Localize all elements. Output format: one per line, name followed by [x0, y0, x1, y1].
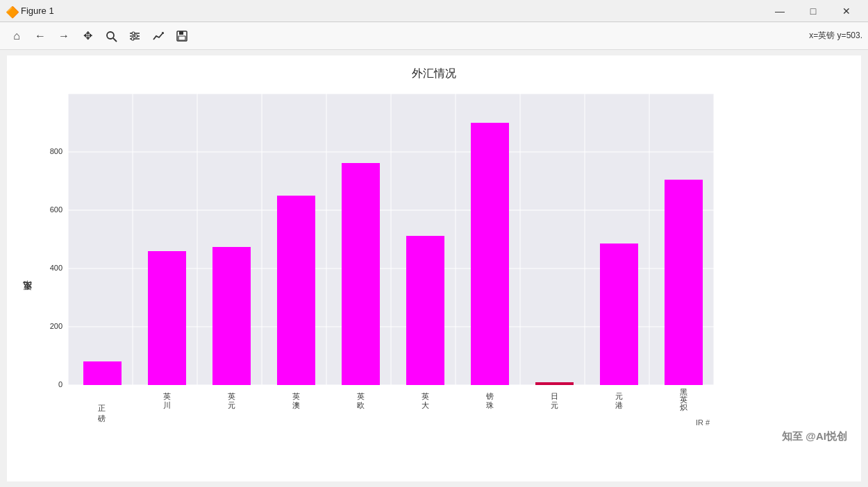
coordinate-display: x=英镑 y=503.	[809, 30, 862, 42]
back-button[interactable]: ←	[29, 26, 51, 46]
chart-plot-area: 0 200 400 600 800	[36, 87, 847, 481]
bar-0	[83, 361, 122, 385]
window-controls: — □ ✕	[764, 1, 862, 22]
svg-text:600: 600	[50, 205, 62, 214]
move-button[interactable]: ✥	[76, 26, 99, 46]
svg-text:大: 大	[422, 401, 429, 409]
bar-4	[342, 163, 380, 385]
svg-line-1	[113, 38, 117, 42]
zoom-button[interactable]	[100, 26, 122, 46]
svg-point-5	[132, 32, 135, 35]
svg-text:元: 元	[615, 392, 623, 400]
svg-rect-9	[179, 31, 183, 35]
plot-button[interactable]	[147, 26, 169, 46]
svg-text:川: 川	[163, 401, 171, 409]
window-title: Figure 1	[21, 6, 764, 16]
svg-point-6	[135, 35, 137, 37]
svg-text:英: 英	[163, 392, 171, 400]
svg-text:200: 200	[50, 322, 62, 330]
title-bar: 🔶 Figure 1 — □ ✕	[0, 0, 868, 22]
bar-5	[406, 236, 444, 385]
svg-text:元: 元	[551, 401, 558, 409]
bar-8	[600, 244, 638, 385]
svg-text:英: 英	[422, 392, 429, 400]
bar-1	[148, 251, 186, 385]
svg-point-7	[131, 37, 134, 40]
app-icon: 🔶	[6, 6, 17, 17]
svg-text:珠: 珠	[486, 401, 494, 409]
home-button[interactable]: ⌂	[6, 26, 28, 46]
svg-text:镑: 镑	[485, 392, 494, 400]
svg-text:日: 日	[551, 392, 558, 400]
close-button[interactable]: ✕	[831, 1, 862, 22]
maximize-button[interactable]: □	[797, 1, 829, 22]
svg-text:元: 元	[228, 401, 235, 409]
chart-title: 外汇情况	[412, 67, 456, 81]
bar-7	[535, 382, 574, 385]
bar-6	[471, 123, 509, 385]
svg-rect-10	[178, 36, 185, 40]
svg-point-0	[107, 32, 114, 39]
svg-text:澳: 澳	[292, 401, 300, 409]
forward-button[interactable]: →	[53, 26, 75, 46]
svg-text:炽: 炽	[680, 403, 687, 411]
svg-text:800: 800	[50, 147, 62, 155]
ir-label: IR #	[696, 418, 710, 427]
svg-text:正: 正	[99, 404, 106, 411]
minimize-button[interactable]: —	[764, 1, 796, 22]
bar-3	[277, 196, 315, 385]
svg-text:0: 0	[58, 380, 62, 388]
y-axis-label: 兑出汇率	[21, 87, 33, 481]
svg-text:磅: 磅	[99, 414, 107, 422]
toolbar: ⌂ ← → ✥ x=英镑 y=503.	[0, 22, 868, 50]
svg-text:欧: 欧	[357, 401, 365, 409]
bar-9	[665, 180, 703, 385]
svg-text:英: 英	[292, 392, 300, 400]
chart-container: 外汇情况 兑出汇率	[7, 55, 861, 481]
svg-text:英: 英	[228, 392, 235, 400]
chart-svg: 0 200 400 600 800	[36, 87, 847, 427]
svg-text:英: 英	[357, 392, 365, 400]
svg-text:港: 港	[615, 401, 623, 409]
configure-button[interactable]	[124, 26, 146, 46]
svg-text:400: 400	[50, 264, 62, 272]
bar-2	[212, 247, 251, 385]
save-button[interactable]	[171, 26, 193, 46]
chart-inner: 兑出汇率	[7, 87, 861, 481]
